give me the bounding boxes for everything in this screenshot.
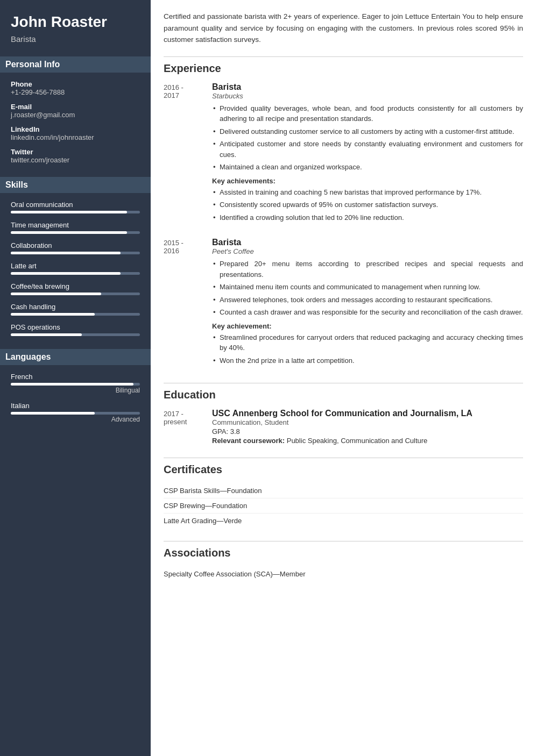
- skill-bar-fill: [11, 313, 95, 316]
- education-heading: Education: [164, 389, 523, 401]
- bullet-item: Maintained a clean and organized workspa…: [212, 162, 523, 173]
- skills-heading: Skills: [0, 177, 151, 193]
- certificates-heading: Certificates: [164, 463, 523, 476]
- achievements-list: Assisted in training and coaching 5 new …: [212, 187, 523, 223]
- certificate-item: CSP Brewing—Foundation: [164, 498, 523, 513]
- phone-value: +1-299-456-7888: [11, 88, 140, 96]
- skill-bar-bg: [11, 313, 140, 316]
- experience-section: Experience 2016 -2017 Barista Starbucks …: [164, 56, 523, 370]
- skill-bar-fill: [11, 252, 121, 254]
- twitter-item: Twitter twitter.com/jroaster: [11, 148, 140, 164]
- associations-heading: Associations: [164, 547, 523, 559]
- skill-item: Cash handling: [11, 303, 140, 316]
- associations-section: Associations Specialty Coffee Associatio…: [164, 541, 523, 581]
- skill-item: Coffee/tea brewing: [11, 282, 140, 295]
- personal-info-section: Personal Info Phone +1-299-456-7888 E-ma…: [11, 56, 140, 164]
- key-achievements-label: Key achievement:: [212, 322, 523, 330]
- main-content: Certified and passionate barista with 2+…: [151, 0, 536, 756]
- certificate-item: Latte Art Grading—Verde: [164, 513, 523, 528]
- association-item: Specialty Coffee Association (SCA)—Membe…: [164, 567, 523, 581]
- linkedin-item: LinkedIn linkedin.com/in/johnroaster: [11, 125, 140, 141]
- bullet-item: Answered telephones, took orders and mes…: [212, 295, 523, 305]
- skill-name: POS operations: [11, 323, 140, 331]
- candidate-name: John Roaster: [11, 13, 140, 31]
- skill-bar-fill: [11, 333, 82, 336]
- skill-bar-bg: [11, 211, 140, 213]
- experience-entry: 2015 -2016 Barista Peet's Coffee Prepare…: [164, 238, 523, 370]
- skill-bar-fill: [11, 231, 127, 234]
- edu-title: USC Annenberg School for Communication a…: [212, 409, 523, 418]
- achievement-item: Won the 2nd prize in a latte art competi…: [212, 355, 523, 366]
- skill-bar-bg: [11, 333, 140, 336]
- language-item: Italian Advanced: [11, 402, 140, 423]
- skills-section: Skills Oral communication Time managemen…: [11, 177, 140, 336]
- bullet-item: Delivered outstanding customer service t…: [212, 126, 523, 137]
- key-achievements-label: Key achievements:: [212, 177, 523, 185]
- bullet-item: Anticipated customer and store needs by …: [212, 139, 523, 160]
- edu-field: Communication, Student: [212, 418, 523, 426]
- bullet-item: Counted a cash drawer and was responsibl…: [212, 307, 523, 318]
- edu-coursework: Relevant coursework: Public Speaking, Co…: [212, 437, 523, 445]
- certificates-section: Certificates CSP Barista Skills—Foundati…: [164, 458, 523, 528]
- summary-text: Certified and passionate barista with 2+…: [164, 11, 523, 46]
- education-list: 2017 -present USC Annenberg School for C…: [164, 409, 523, 445]
- experience-entry: 2016 -2017 Barista Starbucks Provided qu…: [164, 82, 523, 227]
- skill-item: Time management: [11, 221, 140, 234]
- certificate-item: CSP Barista Skills—Foundation: [164, 483, 523, 498]
- skill-name: Latte art: [11, 262, 140, 270]
- language-item: French Bilingual: [11, 373, 140, 394]
- candidate-title: Barista: [11, 34, 140, 44]
- entry-title: Barista: [212, 238, 523, 247]
- skill-name: Collaboration: [11, 241, 140, 249]
- linkedin-label: LinkedIn: [11, 125, 140, 133]
- email-label: E-mail: [11, 103, 140, 111]
- languages-list: French Bilingual Italian Advanced: [11, 373, 140, 423]
- entry-org: Starbucks: [212, 92, 523, 100]
- skill-name: Oral communication: [11, 201, 140, 209]
- language-bar-bg: [11, 412, 140, 415]
- entry-date: 2015 -2016: [164, 238, 212, 370]
- skill-item: Latte art: [11, 262, 140, 275]
- associations-list: Specialty Coffee Association (SCA)—Membe…: [164, 567, 523, 581]
- achievement-item: Streamlined procedures for carryout orde…: [212, 332, 523, 353]
- resume-container: John Roaster Barista Personal Info Phone…: [0, 0, 536, 756]
- skill-name: Time management: [11, 221, 140, 229]
- bullets-list: Provided quality beverages, whole bean, …: [212, 103, 523, 173]
- phone-label: Phone: [11, 80, 140, 88]
- email-value: j.roaster@gmail.com: [11, 111, 140, 119]
- language-bar-fill: [11, 383, 133, 386]
- skill-name: Cash handling: [11, 303, 140, 311]
- edu-date: 2017 -present: [164, 409, 212, 445]
- edu-gpa: GPA: 3.8: [212, 427, 523, 436]
- education-section: Education 2017 -present USC Annenberg Sc…: [164, 383, 523, 445]
- achievement-item: Assisted in training and coaching 5 new …: [212, 187, 523, 198]
- certificates-list: CSP Barista Skills—FoundationCSP Brewing…: [164, 483, 523, 528]
- languages-heading: Languages: [0, 349, 151, 365]
- twitter-label: Twitter: [11, 148, 140, 156]
- language-bar-bg: [11, 383, 140, 386]
- skill-bar-bg: [11, 272, 140, 275]
- skill-bar-fill: [11, 293, 101, 295]
- language-level: Bilingual: [11, 387, 140, 394]
- sidebar: John Roaster Barista Personal Info Phone…: [0, 0, 151, 756]
- achievement-item: Consistently scored upwards of 95% on cu…: [212, 199, 523, 210]
- language-bar-fill: [11, 412, 95, 415]
- personal-info-heading: Personal Info: [0, 56, 151, 73]
- language-name: Italian: [11, 402, 140, 410]
- education-entry: 2017 -present USC Annenberg School for C…: [164, 409, 523, 445]
- experience-heading: Experience: [164, 62, 523, 75]
- achievement-item: Identified a crowding solution that led …: [212, 212, 523, 223]
- skill-bar-bg: [11, 293, 140, 295]
- linkedin-value: linkedin.com/in/johnroaster: [11, 133, 140, 141]
- skill-item: Oral communication: [11, 201, 140, 213]
- entry-content: Barista Starbucks Provided quality bever…: [212, 82, 523, 227]
- skills-list: Oral communication Time management Colla…: [11, 201, 140, 336]
- entry-date: 2016 -2017: [164, 82, 212, 227]
- skill-bar-bg: [11, 231, 140, 234]
- bullets-list: Prepared 20+ menu items according to pre…: [212, 259, 523, 318]
- phone-item: Phone +1-299-456-7888: [11, 80, 140, 96]
- bullet-item: Maintained menu item counts and communic…: [212, 282, 523, 293]
- coursework-label: Relevant coursework:: [212, 437, 285, 445]
- skill-item: POS operations: [11, 323, 140, 336]
- skill-bar-fill: [11, 211, 127, 213]
